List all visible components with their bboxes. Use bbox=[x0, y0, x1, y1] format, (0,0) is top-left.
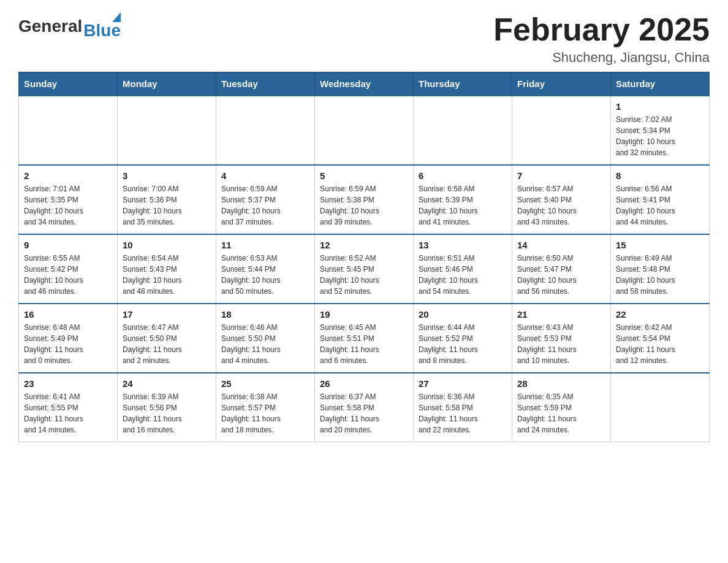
calendar-table: Sunday Monday Tuesday Wednesday Thursday… bbox=[18, 72, 710, 442]
day-info: Sunrise: 6:37 AM Sunset: 5:58 PM Dayligh… bbox=[320, 391, 408, 435]
day-info: Sunrise: 6:57 AM Sunset: 5:40 PM Dayligh… bbox=[517, 183, 605, 228]
table-row: 6Sunrise: 6:58 AM Sunset: 5:39 PM Daylig… bbox=[414, 165, 512, 234]
calendar-week-row: 16Sunrise: 6:48 AM Sunset: 5:49 PM Dayli… bbox=[19, 304, 710, 373]
day-info: Sunrise: 6:56 AM Sunset: 5:41 PM Dayligh… bbox=[616, 183, 704, 228]
day-info: Sunrise: 6:59 AM Sunset: 5:38 PM Dayligh… bbox=[320, 183, 408, 228]
header-monday: Monday bbox=[118, 72, 216, 96]
table-row: 23Sunrise: 6:41 AM Sunset: 5:55 PM Dayli… bbox=[19, 373, 118, 442]
table-row: 16Sunrise: 6:48 AM Sunset: 5:49 PM Dayli… bbox=[19, 304, 118, 373]
table-row: 14Sunrise: 6:50 AM Sunset: 5:47 PM Dayli… bbox=[512, 234, 611, 304]
day-number: 9 bbox=[24, 240, 112, 250]
header-sunday: Sunday bbox=[19, 72, 118, 96]
day-number: 21 bbox=[517, 309, 605, 320]
table-row bbox=[216, 96, 315, 165]
table-row bbox=[414, 96, 512, 165]
day-number: 12 bbox=[320, 240, 408, 250]
table-row bbox=[611, 373, 710, 442]
day-number: 1 bbox=[616, 101, 704, 112]
day-info: Sunrise: 6:49 AM Sunset: 5:48 PM Dayligh… bbox=[616, 253, 704, 297]
table-row: 2Sunrise: 7:01 AM Sunset: 5:35 PM Daylig… bbox=[19, 165, 118, 234]
day-number: 3 bbox=[123, 170, 211, 181]
header-wednesday: Wednesday bbox=[315, 72, 414, 96]
day-number: 19 bbox=[320, 309, 408, 320]
logo: General Blue bbox=[18, 12, 121, 40]
table-row: 28Sunrise: 6:35 AM Sunset: 5:59 PM Dayli… bbox=[512, 373, 611, 442]
day-info: Sunrise: 7:01 AM Sunset: 5:35 PM Dayligh… bbox=[24, 183, 112, 228]
table-row: 5Sunrise: 6:59 AM Sunset: 5:38 PM Daylig… bbox=[315, 165, 414, 234]
day-info: Sunrise: 6:53 AM Sunset: 5:44 PM Dayligh… bbox=[221, 253, 309, 297]
day-number: 26 bbox=[320, 378, 408, 389]
day-info: Sunrise: 6:43 AM Sunset: 5:53 PM Dayligh… bbox=[517, 322, 605, 366]
day-number: 22 bbox=[616, 309, 704, 320]
table-row: 15Sunrise: 6:49 AM Sunset: 5:48 PM Dayli… bbox=[611, 234, 710, 304]
table-row: 1Sunrise: 7:02 AM Sunset: 5:34 PM Daylig… bbox=[611, 96, 710, 165]
day-info: Sunrise: 6:54 AM Sunset: 5:43 PM Dayligh… bbox=[123, 253, 211, 297]
table-row: 12Sunrise: 6:52 AM Sunset: 5:45 PM Dayli… bbox=[315, 234, 414, 304]
day-number: 24 bbox=[123, 378, 211, 389]
table-row: 24Sunrise: 6:39 AM Sunset: 5:56 PM Dayli… bbox=[118, 373, 216, 442]
table-row: 22Sunrise: 6:42 AM Sunset: 5:54 PM Dayli… bbox=[611, 304, 710, 373]
day-number: 18 bbox=[221, 309, 309, 320]
calendar-week-row: 2Sunrise: 7:01 AM Sunset: 5:35 PM Daylig… bbox=[19, 165, 710, 234]
weekday-header-row: Sunday Monday Tuesday Wednesday Thursday… bbox=[19, 72, 710, 96]
day-info: Sunrise: 6:38 AM Sunset: 5:57 PM Dayligh… bbox=[221, 391, 309, 435]
day-number: 28 bbox=[517, 378, 605, 389]
day-number: 8 bbox=[616, 170, 704, 181]
table-row: 13Sunrise: 6:51 AM Sunset: 5:46 PM Dayli… bbox=[414, 234, 512, 304]
day-info: Sunrise: 6:52 AM Sunset: 5:45 PM Dayligh… bbox=[320, 253, 408, 297]
day-info: Sunrise: 6:55 AM Sunset: 5:42 PM Dayligh… bbox=[24, 253, 112, 297]
table-row: 7Sunrise: 6:57 AM Sunset: 5:40 PM Daylig… bbox=[512, 165, 611, 234]
table-row: 19Sunrise: 6:45 AM Sunset: 5:51 PM Dayli… bbox=[315, 304, 414, 373]
day-number: 11 bbox=[221, 240, 309, 250]
month-year-title: February 2025 bbox=[493, 12, 710, 47]
day-info: Sunrise: 6:47 AM Sunset: 5:50 PM Dayligh… bbox=[123, 322, 211, 366]
day-number: 14 bbox=[517, 240, 605, 250]
table-row: 26Sunrise: 6:37 AM Sunset: 5:58 PM Dayli… bbox=[315, 373, 414, 442]
day-info: Sunrise: 6:42 AM Sunset: 5:54 PM Dayligh… bbox=[616, 322, 704, 366]
day-info: Sunrise: 6:59 AM Sunset: 5:37 PM Dayligh… bbox=[221, 183, 309, 228]
table-row: 4Sunrise: 6:59 AM Sunset: 5:37 PM Daylig… bbox=[216, 165, 315, 234]
table-row bbox=[315, 96, 414, 165]
table-row bbox=[118, 96, 216, 165]
day-info: Sunrise: 7:00 AM Sunset: 5:36 PM Dayligh… bbox=[123, 183, 211, 228]
day-info: Sunrise: 6:48 AM Sunset: 5:49 PM Dayligh… bbox=[24, 322, 112, 366]
table-row: 9Sunrise: 6:55 AM Sunset: 5:42 PM Daylig… bbox=[19, 234, 118, 304]
logo-blue-section: Blue bbox=[83, 12, 121, 40]
table-row: 8Sunrise: 6:56 AM Sunset: 5:41 PM Daylig… bbox=[611, 165, 710, 234]
day-info: Sunrise: 6:44 AM Sunset: 5:52 PM Dayligh… bbox=[419, 322, 507, 366]
day-info: Sunrise: 6:58 AM Sunset: 5:39 PM Dayligh… bbox=[419, 183, 507, 228]
header-friday: Friday bbox=[512, 72, 611, 96]
table-row: 3Sunrise: 7:00 AM Sunset: 5:36 PM Daylig… bbox=[118, 165, 216, 234]
header-thursday: Thursday bbox=[414, 72, 512, 96]
day-number: 16 bbox=[24, 309, 112, 320]
table-row: 21Sunrise: 6:43 AM Sunset: 5:53 PM Dayli… bbox=[512, 304, 611, 373]
day-info: Sunrise: 6:46 AM Sunset: 5:50 PM Dayligh… bbox=[221, 322, 309, 366]
logo-blue-text: Blue bbox=[83, 21, 121, 40]
table-row: 10Sunrise: 6:54 AM Sunset: 5:43 PM Dayli… bbox=[118, 234, 216, 304]
calendar-week-row: 9Sunrise: 6:55 AM Sunset: 5:42 PM Daylig… bbox=[19, 234, 710, 304]
day-number: 25 bbox=[221, 378, 309, 389]
day-number: 4 bbox=[221, 170, 309, 181]
day-number: 27 bbox=[419, 378, 507, 389]
day-number: 17 bbox=[123, 309, 211, 320]
day-info: Sunrise: 6:41 AM Sunset: 5:55 PM Dayligh… bbox=[24, 391, 112, 435]
day-info: Sunrise: 6:45 AM Sunset: 5:51 PM Dayligh… bbox=[320, 322, 408, 366]
day-info: Sunrise: 6:35 AM Sunset: 5:59 PM Dayligh… bbox=[517, 391, 605, 435]
table-row: 27Sunrise: 6:36 AM Sunset: 5:58 PM Dayli… bbox=[414, 373, 512, 442]
header-saturday: Saturday bbox=[611, 72, 710, 96]
table-row: 25Sunrise: 6:38 AM Sunset: 5:57 PM Dayli… bbox=[216, 373, 315, 442]
day-number: 23 bbox=[24, 378, 112, 389]
page-header: General Blue February 2025 Shucheng, Jia… bbox=[18, 12, 710, 66]
day-info: Sunrise: 6:50 AM Sunset: 5:47 PM Dayligh… bbox=[517, 253, 605, 297]
calendar-title-area: February 2025 Shucheng, Jiangsu, China bbox=[493, 12, 710, 66]
day-number: 7 bbox=[517, 170, 605, 181]
calendar-week-row: 23Sunrise: 6:41 AM Sunset: 5:55 PM Dayli… bbox=[19, 373, 710, 442]
day-info: Sunrise: 6:39 AM Sunset: 5:56 PM Dayligh… bbox=[123, 391, 211, 435]
table-row: 11Sunrise: 6:53 AM Sunset: 5:44 PM Dayli… bbox=[216, 234, 315, 304]
calendar-week-row: 1Sunrise: 7:02 AM Sunset: 5:34 PM Daylig… bbox=[19, 96, 710, 165]
location-subtitle: Shucheng, Jiangsu, China bbox=[493, 50, 710, 66]
day-number: 15 bbox=[616, 240, 704, 250]
day-info: Sunrise: 6:36 AM Sunset: 5:58 PM Dayligh… bbox=[419, 391, 507, 435]
table-row: 20Sunrise: 6:44 AM Sunset: 5:52 PM Dayli… bbox=[414, 304, 512, 373]
table-row bbox=[512, 96, 611, 165]
